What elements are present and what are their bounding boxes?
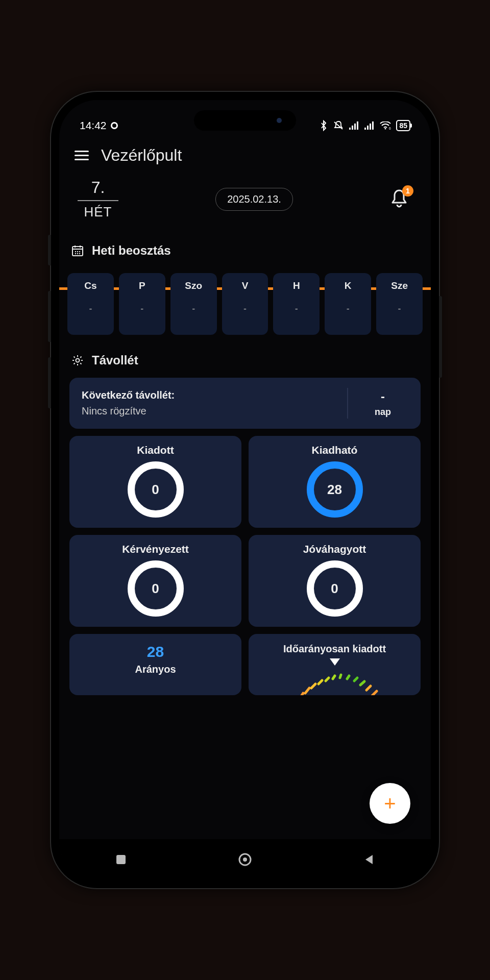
day-card[interactable]: Sze - xyxy=(376,273,423,335)
svg-line-27 xyxy=(318,680,322,684)
svg-line-25 xyxy=(305,688,309,693)
day-abbr: P xyxy=(121,280,163,291)
notification-badge: 1 xyxy=(402,185,413,197)
day-value: - xyxy=(378,304,421,314)
screen: 14:42 6 85 Vezérlőpult 7. xyxy=(59,100,431,880)
phone-side-button-left xyxy=(48,235,51,265)
date-picker[interactable]: 2025.02.13. xyxy=(215,188,293,211)
nav-back-icon[interactable] xyxy=(362,853,376,866)
plus-icon: + xyxy=(384,792,396,815)
svg-rect-6 xyxy=(367,126,369,130)
phone-frame: 14:42 6 85 Vezérlőpult 7. xyxy=(51,92,439,888)
status-time: 14:42 xyxy=(80,119,107,132)
absence-days-value: - xyxy=(357,389,408,404)
top-row: 7. HÉT 2025.02.13. 1 xyxy=(59,170,431,225)
day-value: - xyxy=(275,304,317,314)
stat-label: Kiadható xyxy=(254,444,415,456)
absence-divider xyxy=(347,388,348,419)
gear-icon xyxy=(71,354,84,366)
battery-level: 85 xyxy=(399,121,407,130)
svg-line-35 xyxy=(372,691,377,695)
stat-label: Kiadott xyxy=(75,444,236,456)
svg-line-28 xyxy=(326,678,329,681)
nav-recent-icon[interactable] xyxy=(114,853,128,866)
week-indicator: 7. HÉT xyxy=(78,178,118,220)
svg-line-34 xyxy=(366,686,371,690)
svg-rect-5 xyxy=(364,128,366,130)
day-value: - xyxy=(121,304,163,314)
stat-approved[interactable]: Jóváhagyott 0 xyxy=(249,535,421,627)
stat-issued[interactable]: Kiadott 0 xyxy=(69,436,241,528)
svg-line-33 xyxy=(360,681,364,685)
bottom-row: 28 Arányos Időarányosan kiadott xyxy=(59,627,431,695)
day-abbr: Szo xyxy=(173,280,215,291)
svg-point-16 xyxy=(77,251,78,252)
svg-rect-3 xyxy=(354,124,356,130)
stat-label: Jóváhagyott xyxy=(254,543,415,555)
stat-requested[interactable]: Kérvényezett 0 xyxy=(69,535,241,627)
svg-line-31 xyxy=(347,676,349,679)
svg-rect-8 xyxy=(372,121,374,130)
day-abbr: H xyxy=(275,280,317,291)
next-absence-card[interactable]: Következő távollét: Nincs rögzítve - nap xyxy=(69,378,421,429)
svg-rect-7 xyxy=(370,124,371,130)
day-card[interactable]: Szo - xyxy=(170,273,217,335)
battery-indicator: 85 xyxy=(396,120,410,131)
nav-home-icon[interactable] xyxy=(237,852,253,867)
proportional-card[interactable]: 28 Arányos xyxy=(69,634,241,695)
stat-ring: 0 xyxy=(128,461,184,518)
status-assistant-icon xyxy=(111,122,118,129)
svg-point-15 xyxy=(75,251,76,252)
day-card[interactable]: K - xyxy=(325,273,371,335)
gauge-arc-icon xyxy=(279,663,391,695)
stat-value: 28 xyxy=(327,482,342,498)
svg-line-30 xyxy=(340,675,341,678)
svg-line-26 xyxy=(311,684,315,688)
stat-label: Kérvényezett xyxy=(75,543,236,555)
wifi-icon: 6 xyxy=(380,121,391,130)
stat-available[interactable]: Kiadható 28 xyxy=(249,436,421,528)
next-absence-value: Nincs rögzítve xyxy=(82,405,338,417)
gauge-card[interactable]: Időarányosan kiadott xyxy=(249,634,421,695)
day-card[interactable]: Cs - xyxy=(67,273,114,335)
day-value: - xyxy=(224,304,266,314)
svg-text:6: 6 xyxy=(389,127,391,130)
week-number: 7. xyxy=(78,178,118,197)
absence-section-header: Távollét xyxy=(59,335,431,374)
stat-ring: 0 xyxy=(307,560,363,617)
proportional-label: Arányos xyxy=(75,664,236,675)
add-button[interactable]: + xyxy=(370,783,410,824)
menu-button[interactable] xyxy=(75,151,89,160)
stat-value: 0 xyxy=(331,581,338,597)
day-abbr: K xyxy=(327,280,369,291)
absence-stat-grid: Kiadott 0 Kiadható 28 Kérvényezett 0 Jóv… xyxy=(59,436,431,627)
absence-title: Távollét xyxy=(92,353,138,368)
day-abbr: V xyxy=(224,280,266,291)
vibrate-icon xyxy=(333,120,344,131)
notifications-button[interactable]: 1 xyxy=(390,188,412,210)
svg-point-9 xyxy=(385,128,386,130)
svg-point-19 xyxy=(77,253,78,254)
date-value: 2025.02.13. xyxy=(227,193,281,205)
next-absence-label: Következő távollét: xyxy=(82,389,338,401)
day-card[interactable]: V - xyxy=(222,273,268,335)
svg-line-24 xyxy=(299,693,303,695)
proportional-value: 28 xyxy=(75,643,236,660)
svg-line-32 xyxy=(354,678,357,681)
page-title: Vezérlőpult xyxy=(101,146,182,165)
svg-point-18 xyxy=(75,253,76,254)
notch xyxy=(194,110,296,131)
day-card[interactable]: H - xyxy=(273,273,320,335)
week-strip[interactable]: Cs - P - Szo - V - H - K - xyxy=(59,264,431,335)
day-card[interactable]: P - xyxy=(119,273,165,335)
svg-point-17 xyxy=(79,251,80,252)
day-value: - xyxy=(327,304,369,314)
svg-rect-4 xyxy=(357,121,358,130)
svg-rect-1 xyxy=(349,128,351,130)
stat-ring: 28 xyxy=(307,461,363,518)
stat-value: 0 xyxy=(152,581,159,597)
stat-value: 0 xyxy=(152,482,159,498)
stat-ring: 0 xyxy=(128,560,184,617)
signal-2-icon xyxy=(364,121,375,130)
day-abbr: Cs xyxy=(69,280,112,291)
